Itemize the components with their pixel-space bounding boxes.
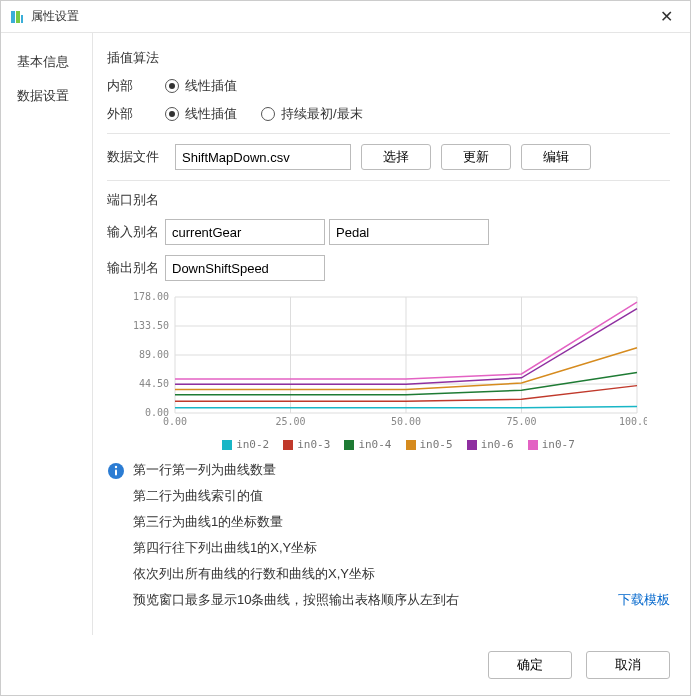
radio-label: 线性插值 (185, 105, 237, 123)
info-icon (107, 462, 125, 480)
inner-radio-group: 线性插值 (165, 77, 237, 95)
radio-outer-linear[interactable]: 线性插值 (165, 105, 237, 123)
chart-legend: in0-2in0-3in0-4in0-5in0-6in0-7 (127, 438, 670, 451)
algo-section-label: 插值算法 (107, 49, 670, 67)
footer: 确定 取消 (1, 635, 690, 695)
info-line-1: 第一行第一列为曲线数量 (133, 461, 670, 479)
info-line-2: 第二行为曲线索引的值 (133, 487, 670, 505)
input-alias-label: 输入别名 (107, 223, 165, 241)
legend-item: in0-3 (283, 438, 330, 451)
legend-item: in0-7 (528, 438, 575, 451)
edit-button[interactable]: 编辑 (521, 144, 591, 170)
divider (107, 180, 670, 181)
svg-text:44.50: 44.50 (139, 378, 169, 389)
legend-item: in0-5 (406, 438, 453, 451)
divider (107, 133, 670, 134)
tab-data-settings[interactable]: 数据设置 (1, 79, 92, 113)
chart-svg: 0.0044.5089.00133.50178.000.0025.0050.00… (127, 291, 647, 431)
radio-inner-linear[interactable]: 线性插值 (165, 77, 237, 95)
tab-basic-info[interactable]: 基本信息 (1, 45, 92, 79)
legend-item: in0-4 (344, 438, 391, 451)
radio-icon (165, 79, 179, 93)
svg-text:75.00: 75.00 (506, 416, 536, 427)
chart: 0.0044.5089.00133.50178.000.0025.0050.00… (127, 291, 670, 451)
data-file-label: 数据文件 (107, 148, 165, 166)
radio-icon (165, 107, 179, 121)
body: 基本信息 数据设置 插值算法 内部 线性插值 外部 线性 (1, 33, 690, 635)
svg-text:133.50: 133.50 (133, 320, 169, 331)
row-inner: 内部 线性插值 (107, 77, 670, 95)
output-alias-1[interactable] (165, 255, 325, 281)
ok-button[interactable]: 确定 (488, 651, 572, 679)
row-data-file: 数据文件 选择 更新 编辑 (107, 144, 670, 170)
window-title: 属性设置 (31, 8, 650, 25)
svg-rect-1 (16, 11, 20, 23)
radio-icon (261, 107, 275, 121)
download-template-link[interactable]: 下载模板 (618, 591, 670, 609)
close-button[interactable]: ✕ (650, 1, 682, 33)
svg-text:25.00: 25.00 (275, 416, 305, 427)
info-line-4: 第四行往下列出曲线1的X,Y坐标 (133, 539, 670, 557)
cancel-button[interactable]: 取消 (586, 651, 670, 679)
output-alias-label: 输出别名 (107, 259, 165, 277)
svg-text:89.00: 89.00 (139, 349, 169, 360)
row-input-alias: 输入别名 (107, 219, 670, 245)
legend-item: in0-2 (222, 438, 269, 451)
input-alias-2[interactable] (329, 219, 489, 245)
svg-rect-24 (115, 470, 117, 476)
row-output-alias: 输出别名 (107, 255, 670, 281)
data-file-input[interactable] (175, 144, 351, 170)
info-line-3: 第三行为曲线1的坐标数量 (133, 513, 670, 531)
svg-text:178.00: 178.00 (133, 291, 169, 302)
svg-text:50.00: 50.00 (391, 416, 421, 427)
info-block: 第一行第一列为曲线数量 第二行为曲线索引的值 第三行为曲线1的坐标数量 第四行往… (107, 461, 670, 609)
content: 插值算法 内部 线性插值 外部 线性插值 (93, 33, 690, 635)
port-alias-label: 端口别名 (107, 191, 670, 209)
radio-label: 持续最初/最末 (281, 105, 363, 123)
info-line-6: 预览窗口最多显示10条曲线，按照输出表格顺序从左到右 (133, 591, 459, 609)
sidebar: 基本信息 数据设置 (1, 33, 93, 635)
titlebar: 属性设置 ✕ (1, 1, 690, 33)
info-lines: 第一行第一列为曲线数量 第二行为曲线索引的值 第三行为曲线1的坐标数量 第四行往… (133, 461, 670, 609)
outer-radio-group: 线性插值 持续最初/最末 (165, 105, 363, 123)
info-line-5: 依次列出所有曲线的行数和曲线的X,Y坐标 (133, 565, 670, 583)
info-line-6-row: 预览窗口最多显示10条曲线，按照输出表格顺序从左到右 下载模板 (133, 591, 670, 609)
update-button[interactable]: 更新 (441, 144, 511, 170)
app-icon (9, 9, 25, 25)
svg-rect-0 (11, 11, 15, 23)
inner-label: 内部 (107, 77, 165, 95)
legend-item: in0-6 (467, 438, 514, 451)
window: 属性设置 ✕ 基本信息 数据设置 插值算法 内部 线性插值 外部 (0, 0, 691, 696)
select-button[interactable]: 选择 (361, 144, 431, 170)
svg-point-25 (115, 466, 117, 468)
input-alias-1[interactable] (165, 219, 325, 245)
radio-label: 线性插值 (185, 77, 237, 95)
svg-text:100.00: 100.00 (619, 416, 647, 427)
svg-rect-2 (21, 15, 23, 23)
radio-outer-hold[interactable]: 持续最初/最末 (261, 105, 363, 123)
svg-text:0.00: 0.00 (163, 416, 187, 427)
row-outer: 外部 线性插值 持续最初/最末 (107, 105, 670, 123)
outer-label: 外部 (107, 105, 165, 123)
